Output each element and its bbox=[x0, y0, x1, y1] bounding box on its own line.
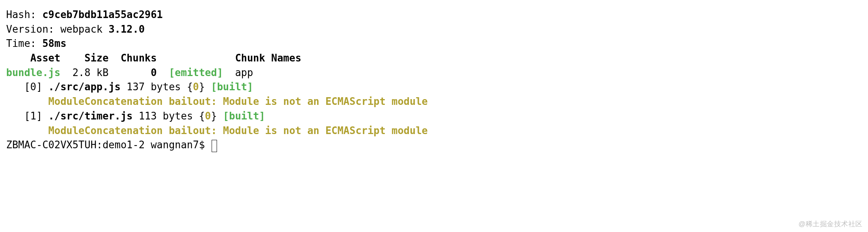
asset-name: bundle.js bbox=[6, 67, 60, 78]
time-line: Time: 58ms bbox=[6, 36, 862, 51]
brace-close: } bbox=[211, 110, 217, 122]
module-size: 137 bytes bbox=[127, 81, 181, 93]
bailout-text: ModuleConcatenation bailout: Module is n… bbox=[48, 125, 428, 136]
version-line: Version: webpack 3.12.0 bbox=[6, 22, 862, 37]
prompt-dir: demo1-2 bbox=[102, 139, 145, 151]
module-path: ./src/timer.js bbox=[48, 110, 133, 122]
hash-value: c9ceb7bdb11a55ac2961 bbox=[42, 9, 163, 20]
module-chunk: 0 bbox=[205, 110, 211, 122]
hash-line: Hash: c9ceb7bdb11a55ac2961 bbox=[6, 8, 862, 22]
col-chunk-names: Chunk Names bbox=[235, 52, 301, 64]
prompt-separator: : bbox=[97, 139, 103, 151]
prompt-sigil: $ bbox=[199, 139, 205, 151]
brace-open: { bbox=[187, 81, 193, 93]
module-status: [built] bbox=[211, 81, 253, 93]
column-header-row: Asset Size Chunks Chunk Names bbox=[6, 51, 862, 66]
module-path: ./src/app.js bbox=[48, 81, 121, 93]
module-index: [0] bbox=[24, 81, 42, 93]
brace-close: } bbox=[199, 81, 205, 93]
module-bailout-0: ModuleConcatenation bailout: Module is n… bbox=[6, 94, 862, 109]
bailout-text: ModuleConcatenation bailout: Module is n… bbox=[48, 96, 428, 107]
prompt-user: wangnan7 bbox=[151, 139, 199, 151]
module-chunk: 0 bbox=[193, 81, 199, 93]
asset-chunk: 0 bbox=[151, 67, 157, 78]
version-value: 3.12.0 bbox=[108, 23, 145, 35]
module-row-1: [1] ./src/timer.js 113 bytes {0} [built] bbox=[6, 109, 862, 124]
asset-size: 2.8 kB bbox=[72, 67, 108, 78]
time-value: 58ms bbox=[42, 38, 67, 49]
prompt-line[interactable]: ZBMAC-C02VX5TUH:demo1-2 wangnan7$ bbox=[6, 138, 862, 152]
col-asset: Asset bbox=[30, 52, 60, 64]
asset-status: [emitted] bbox=[169, 67, 223, 78]
asset-chunk-name: app bbox=[235, 67, 253, 78]
version-tool: webpack bbox=[60, 23, 108, 35]
version-label: Version: bbox=[6, 23, 60, 35]
module-bailout-1: ModuleConcatenation bailout: Module is n… bbox=[6, 124, 862, 138]
col-chunks: Chunks bbox=[120, 52, 157, 64]
col-size: Size bbox=[85, 52, 109, 64]
module-row-0: [0] ./src/app.js 137 bytes {0} [built] bbox=[6, 80, 862, 94]
cursor-icon bbox=[212, 140, 217, 152]
watermark-text: @稀土掘金技术社区 bbox=[798, 219, 863, 229]
brace-open: { bbox=[199, 110, 205, 122]
module-status: [built] bbox=[223, 110, 265, 122]
module-index: [1] bbox=[24, 110, 42, 122]
time-label: Time: bbox=[6, 38, 42, 49]
terminal-output[interactable]: Hash: c9ceb7bdb11a55ac2961 Version: webp… bbox=[6, 8, 862, 152]
module-size: 113 bytes bbox=[139, 110, 193, 122]
hash-label: Hash: bbox=[6, 9, 42, 20]
prompt-host: ZBMAC-C02VX5TUH bbox=[6, 139, 97, 151]
asset-row: bundle.js 2.8 kB 0 [emitted] app bbox=[6, 66, 862, 80]
